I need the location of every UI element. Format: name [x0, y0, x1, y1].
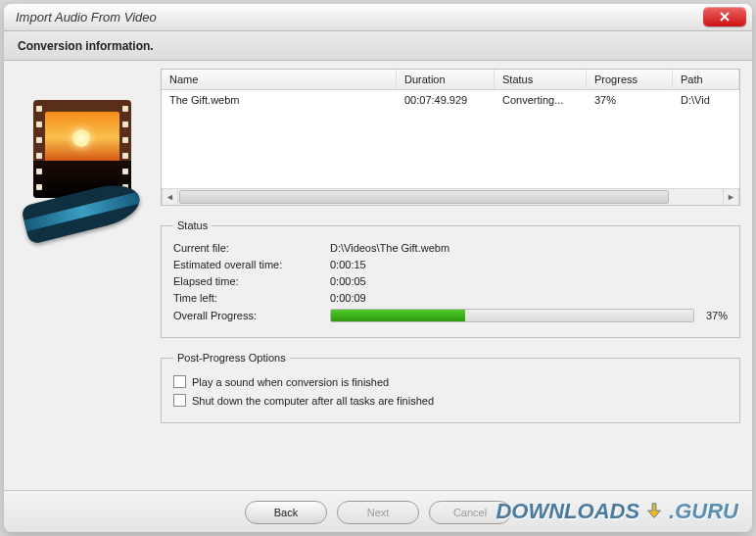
post-legend: Post-Progress Options	[173, 352, 290, 364]
shutdown-checkbox[interactable]	[173, 394, 186, 407]
col-duration[interactable]: Duration	[397, 70, 495, 89]
header-subtitle: Conversion information.	[18, 39, 154, 53]
eta-value: 0:00:15	[330, 259, 728, 270]
download-arrow-icon	[643, 501, 665, 522]
file-table: Name Duration Status Progress Path The G…	[161, 69, 740, 206]
col-progress[interactable]: Progress	[587, 70, 673, 89]
video-film-icon	[33, 100, 131, 227]
scroll-thumb[interactable]	[179, 190, 669, 204]
close-icon	[720, 12, 730, 22]
eta-label: Estimated overall time:	[173, 259, 330, 270]
next-button: Next	[337, 501, 419, 524]
titlebar: Import Audio From Video	[4, 4, 752, 31]
watermark-text-a: DOWNLOADS	[496, 499, 639, 524]
status-legend: Status	[173, 219, 212, 231]
watermark-text-b: .GURU	[669, 499, 738, 524]
progress-fill	[331, 310, 465, 321]
window-title: Import Audio From Video	[16, 10, 157, 24]
post-progress-group: Post-Progress Options Play a sound when …	[161, 352, 740, 423]
watermark: DOWNLOADS .GURU	[496, 499, 738, 524]
overall-percent: 37%	[706, 310, 728, 321]
time-left-label: Time left:	[173, 292, 330, 304]
scroll-left-icon[interactable]: ◄	[162, 189, 178, 205]
scroll-track[interactable]	[178, 189, 723, 205]
current-file-value: D:\Videos\The Gift.webm	[330, 242, 728, 254]
back-button[interactable]: Back	[245, 501, 327, 524]
elapsed-value: 0:00:05	[330, 275, 728, 287]
play-sound-label: Play a sound when conversion is finished	[192, 376, 389, 388]
cell-name: The Gift.webm	[162, 93, 397, 107]
col-name[interactable]: Name	[162, 70, 397, 89]
cell-progress: 37%	[587, 93, 673, 107]
overall-progress-bar	[330, 309, 694, 322]
horizontal-scrollbar[interactable]: ◄ ►	[162, 188, 739, 205]
cell-duration: 00:07:49.929	[397, 93, 495, 107]
table-body: The Gift.webm 00:07:49.929 Converting...…	[162, 90, 739, 188]
play-sound-checkbox[interactable]	[173, 375, 186, 388]
overall-label: Overall Progress:	[173, 310, 330, 321]
cell-path: D:\Vid	[673, 93, 739, 107]
col-path[interactable]: Path	[673, 70, 739, 89]
shutdown-label: Shut down the computer after all tasks a…	[192, 395, 434, 407]
sidebar	[4, 61, 161, 490]
cell-status: Converting...	[495, 93, 587, 107]
current-file-label: Current file:	[173, 242, 330, 254]
dialog-window: Import Audio From Video Conversion infor…	[4, 4, 752, 532]
scroll-right-icon[interactable]: ►	[723, 189, 739, 205]
col-status[interactable]: Status	[495, 70, 587, 89]
table-header: Name Duration Status Progress Path	[162, 70, 739, 90]
status-group: Status Current file: D:\Videos\The Gift.…	[161, 219, 740, 338]
elapsed-label: Elapsed time:	[173, 275, 330, 287]
content-area: Name Duration Status Progress Path The G…	[4, 61, 752, 490]
main-panel: Name Duration Status Progress Path The G…	[161, 61, 752, 490]
table-row[interactable]: The Gift.webm 00:07:49.929 Converting...…	[162, 90, 739, 110]
close-button[interactable]	[703, 7, 746, 26]
header-bar: Conversion information.	[4, 31, 752, 61]
time-left-value: 0:00:09	[330, 292, 728, 304]
